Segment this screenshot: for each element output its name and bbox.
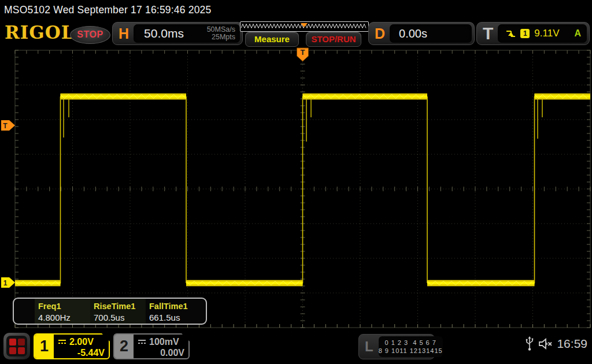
trigger-panel[interactable]: T 1 9.11V A [476,22,590,45]
trigger-position-marker[interactable]: T [297,48,309,61]
dc-coupling-icon [138,339,146,344]
model-datetime-bar: MSO5102 Wed September 17 16:59:46 2025 [0,0,592,21]
sound-muted-icon [538,337,553,350]
channel2-number: 2 [114,335,134,358]
horizontal-panel[interactable]: H 50.0ms 50MSa/s 25Mpts [112,22,243,45]
logic-channels-status[interactable]: L 0 1 2 3 4 5 6 7 8 9 1011 12131415 [358,334,435,359]
logic-label: L [359,339,379,355]
oscilloscope-screen: MSO5102 Wed September 17 16:59:46 2025 R… [0,0,592,364]
delay-panel[interactable]: D 0.00s [368,22,475,45]
clock: 16:59 [557,337,587,351]
delay-label: D [369,25,390,42]
channel2-status[interactable]: 2 100mV 0.00V [113,333,190,359]
channel1-status[interactable]: 1 2.00V -5.44V [34,333,110,359]
horizontal-label: H [113,25,134,42]
channel1-zero-marker[interactable]: 1 [1,277,15,288]
measurement-item: Freq1 4.800Hz [35,299,90,324]
usb-icon [526,336,534,351]
measurement-results-popup[interactable]: Freq1 4.800Hz RiseTime1 700.5us FallTime… [13,298,207,325]
channel1-number: 1 [35,335,54,358]
sample-rate: 50MSa/s [207,25,235,34]
timebase-value: 50.0ms [134,27,207,40]
svg-text:T: T [301,48,305,57]
channel-status-bar: 1 2.00V -5.44V 2 [0,329,592,364]
dc-coupling-icon [58,339,66,344]
svg-text:T: T [3,122,8,130]
logic-channel-numbers: 0 1 2 3 4 5 6 7 8 9 1011 12131415 [379,336,443,357]
trigger-mode: A [574,28,581,39]
delay-value: 0.00s [390,27,427,40]
falling-edge-trigger-icon [506,29,516,38]
channel1-scale: 2.00V [69,336,94,347]
measure-button[interactable]: Measure [245,32,299,47]
measurement-item: RiseTime1 700.5us [90,299,146,324]
trigger-label: T [477,24,498,43]
channel2-scale: 100mV [149,336,179,347]
channel1-offset: -5.44V [58,347,105,358]
thumbnail-waveform-icon [240,22,367,30]
svg-text:1: 1 [3,279,8,287]
run-state-badge[interactable]: STOP [70,26,110,44]
grid-icon [6,336,27,356]
trigger-level-marker[interactable]: T [1,120,15,131]
header-bar: RIGOL STOP H 50.0ms 50MSa/s 25Mpts Measu… [0,21,592,47]
acquisition-rates: 50MSa/s 25Mpts [207,26,240,41]
channel2-offset: 0.00V [138,347,184,358]
stop-run-button[interactable]: STOP/RUN [306,32,361,47]
waveform-display: T T 1 [0,47,592,330]
memory-depth: 25Mpts [212,33,235,41]
trigger-level-value: 9.11V [534,28,559,39]
channel1-waveform [15,93,590,287]
trigger-source-badge: 1 [520,29,530,38]
measurement-item: FallTime1 661.5us [146,299,201,324]
function-grid-button[interactable] [3,333,30,359]
rigol-logo: RIGOL [5,22,75,43]
record-waveform-thumbnail[interactable] [240,21,369,32]
